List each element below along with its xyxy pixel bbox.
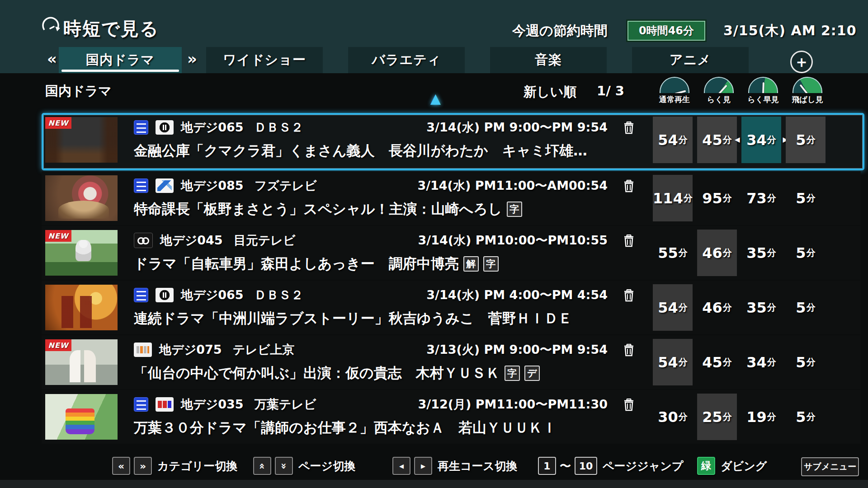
program-thumbnail[interactable]: NEW xyxy=(45,117,118,163)
duration-cell-rakumi[interactable]: 95分 xyxy=(697,175,737,221)
category-prev-button[interactable]: « xyxy=(112,457,130,475)
tab-next-arrow-icon[interactable]: » xyxy=(187,50,197,68)
category-switch-label: カテゴリー切換 xyxy=(157,459,237,474)
tab-wide-show[interactable]: ワイドショー xyxy=(206,47,323,73)
program-title: 連続ドラマ「中洲川端ラブストーリー」秋吉ゆうみこ 菅野ＨＩＤＥ xyxy=(134,309,572,328)
station-logo-icon xyxy=(156,178,174,193)
station-name: テレビ上京 xyxy=(233,342,295,358)
program-row[interactable]: NEW 地デジ065 ＤＢＳ２ 3/14(水) PM 9:00〜PM 9:54 … xyxy=(42,113,864,170)
station-name: ＤＢＳ２ xyxy=(255,287,303,303)
transfer-badge-icon xyxy=(134,397,148,412)
page-jump-label: ページジャンプ xyxy=(603,459,684,474)
program-row[interactable]: 地デジ035 万葉テレビ 3/12(月) PM11:00〜PM11:30 万葉３… xyxy=(42,390,861,444)
duration-cell-normal[interactable]: 54分 xyxy=(653,117,693,163)
delete-trash-icon[interactable] xyxy=(623,120,635,135)
scroll-up-icon[interactable]: ▲ xyxy=(430,90,441,106)
column-raku-hayami: らく早見 xyxy=(741,77,785,105)
time-saving-gauge-icon xyxy=(40,16,61,37)
playback-course-durations: 54分45分34分5分 xyxy=(653,113,826,167)
duration-cell-rakumi[interactable]: 46分 xyxy=(697,230,737,276)
program-row[interactable]: 地デジ085 フズテレビ 3/14(水) PM11:00〜AM00:54 特命課… xyxy=(42,171,861,225)
duration-cell-rakuhayami[interactable]: 73分 xyxy=(741,175,781,221)
gauge-tobashi-mi-icon xyxy=(793,77,822,93)
bottom-strip xyxy=(0,480,868,488)
playback-course-durations: 54分45分34分5分 xyxy=(653,335,826,389)
new-badge: NEW xyxy=(45,339,71,351)
delete-trash-icon[interactable] xyxy=(623,397,635,412)
playback-course-durations: 54分46分35分5分 xyxy=(653,281,826,334)
delete-trash-icon[interactable] xyxy=(623,178,635,193)
duration-cell-tobashimi[interactable]: 5分 xyxy=(786,284,826,331)
new-badge: NEW xyxy=(45,230,71,242)
jump-button-10[interactable]: 10 xyxy=(575,457,597,475)
broadcast-datetime: 3/13(火) PM 9:00〜PM 9:54 xyxy=(426,342,608,358)
category-next-button[interactable]: » xyxy=(134,457,152,475)
duration-cell-tobashimi[interactable]: 5分 xyxy=(786,230,826,276)
gauge-raku-mi-icon xyxy=(704,77,734,93)
broadcast-datetime: 3/14(水) PM 9:00〜PM 9:54 xyxy=(426,119,608,136)
program-title-line: 「仙台の中心で何か叫ぶ」出演：仮の貴志 木村ＹＵＳＫ字デ xyxy=(134,362,645,384)
course-prev-button[interactable]: ◀ xyxy=(392,457,410,475)
tab-domestic-drama[interactable]: 国内ドラマ xyxy=(59,47,182,73)
green-remote-button[interactable]: 緑 xyxy=(697,457,715,475)
program-title: 「仙台の中心で何か叫ぶ」出演：仮の貴志 木村ＹＵＳＫ xyxy=(134,364,500,383)
duration-cell-normal[interactable]: 55分 xyxy=(653,230,693,276)
jump-button-1[interactable]: 1 xyxy=(538,457,556,475)
add-category-button[interactable]: + xyxy=(790,51,813,73)
weekly-savings-value-badge: 0時間46分 xyxy=(627,21,705,41)
duration-cell-rakumi[interactable]: 25分 xyxy=(697,394,737,440)
duration-cell-rakumi[interactable]: 46分 xyxy=(697,284,737,331)
duration-cell-rakuhayami[interactable]: 34分 xyxy=(741,339,781,385)
tab-anime[interactable]: アニメ xyxy=(632,47,749,73)
duration-cell-rakumi[interactable]: 45分 xyxy=(697,117,737,163)
duration-cell-normal[interactable]: 54分 xyxy=(653,339,693,385)
duration-cell-rakuhayami[interactable]: 35分 xyxy=(741,230,781,276)
page-up-button[interactable]: « xyxy=(253,457,271,475)
program-thumbnail[interactable] xyxy=(45,285,118,330)
submenu-button[interactable]: サブメニュー xyxy=(801,457,859,476)
duration-cell-normal[interactable]: 54分 xyxy=(653,284,693,331)
tab-music[interactable]: 音楽 xyxy=(490,47,607,73)
channel-number: 地デジ045 xyxy=(160,232,223,249)
duration-cell-normal[interactable]: 114分 xyxy=(653,175,693,221)
page-title: 時短で見る xyxy=(63,16,159,41)
duration-cell-tobashimi[interactable]: 5分 xyxy=(786,394,826,440)
tv-recorder-screen: 時短で見る 今週の節約時間 0時間46分 3/15(木) AM 2:10 « 国… xyxy=(0,0,868,488)
station-logo-icon xyxy=(156,397,174,412)
program-thumbnail[interactable] xyxy=(45,175,118,221)
delete-trash-icon[interactable] xyxy=(623,288,635,302)
caption-badge: 字 xyxy=(507,202,522,217)
duration-cell-rakumi[interactable]: 45分 xyxy=(697,339,737,385)
program-title-line: 万葉３０分ドラマ「講師のお仕事２」西本なおＡ 若山ＹＵＵＫＩ xyxy=(134,417,645,439)
channel-number: 地デジ085 xyxy=(181,178,244,194)
station-logo-icon xyxy=(134,233,153,248)
column-tobashi-mi: 飛ばし見 xyxy=(785,77,830,105)
duration-cell-rakuhayami[interactable]: 35分 xyxy=(741,284,781,331)
program-row[interactable]: NEW 地デジ075 テレビ上京 3/13(火) PM 9:00〜PM 9:54… xyxy=(42,335,861,389)
duration-cell-rakuhayami[interactable]: 34分 xyxy=(741,117,781,163)
course-next-button[interactable]: ▶ xyxy=(414,457,432,475)
program-row[interactable]: NEW 地デジ045 目元テレビ 3/14(水) PM10:00〜PM10:55… xyxy=(42,226,861,280)
gauge-normal-play-icon xyxy=(660,77,689,93)
duration-cell-rakuhayami[interactable]: 19分 xyxy=(741,394,781,440)
duration-cell-tobashimi[interactable]: 5分 xyxy=(786,175,826,221)
delete-trash-icon[interactable] xyxy=(623,233,635,248)
duration-cell-tobashimi[interactable]: 5分 xyxy=(786,339,826,385)
duration-cell-tobashimi[interactable]: 5分 xyxy=(786,117,826,163)
duration-cell-normal[interactable]: 30分 xyxy=(653,394,693,440)
tab-prev-arrow-icon[interactable]: « xyxy=(47,50,57,68)
page-down-button[interactable]: » xyxy=(275,457,293,475)
program-thumbnail[interactable]: NEW xyxy=(45,339,118,385)
program-thumbnail[interactable]: NEW xyxy=(45,230,118,276)
program-thumbnail[interactable] xyxy=(45,394,118,440)
tab-variety[interactable]: バラエティ xyxy=(348,47,465,73)
program-list: NEW 地デジ065 ＤＢＳ２ 3/14(水) PM 9:00〜PM 9:54 … xyxy=(42,113,864,444)
broadcast-datetime: 3/12(月) PM11:00〜PM11:30 xyxy=(418,396,608,413)
program-title-line: 金融公庫「クマクラ君」くまさん義人 長谷川がわたか キャミ圷雄… xyxy=(134,140,645,162)
column-normal-play: 通常再生 xyxy=(652,77,697,105)
broadcast-datetime: 3/14(水) PM11:00〜AM00:54 xyxy=(417,178,608,194)
station-logo-icon xyxy=(156,288,174,302)
program-row[interactable]: 地デジ065 ＤＢＳ２ 3/14(水) PM 4:00〜PM 4:54 連続ドラ… xyxy=(42,281,861,334)
delete-trash-icon[interactable] xyxy=(623,343,635,357)
program-title-line: 特命課長「板野まさとう」スペシャル！主演：山崎へろし字 xyxy=(134,198,645,220)
